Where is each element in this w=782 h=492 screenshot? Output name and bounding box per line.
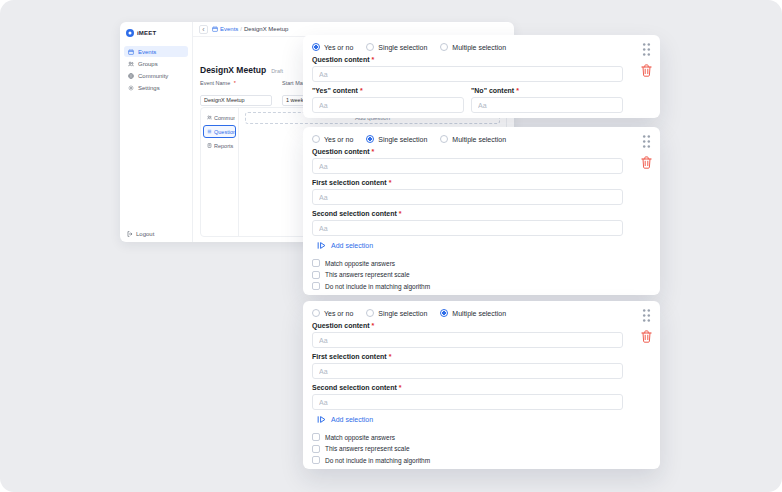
- required-asterisk: *: [372, 148, 375, 155]
- required-asterisk: *: [372, 56, 375, 63]
- logout-label: Logout: [136, 231, 154, 237]
- sidebar-item-label: Events: [138, 49, 156, 55]
- breadcrumb-events-link[interactable]: Events: [220, 26, 238, 32]
- required-asterisk: *: [389, 353, 392, 360]
- radio-icon: [312, 309, 320, 317]
- users-icon: [128, 61, 134, 67]
- radio-icon: [440, 135, 448, 143]
- radio-option-multiple-selection[interactable]: Multiple selection: [440, 309, 506, 317]
- checkbox-exclude-matching-algorithm[interactable]: Do not include in matching algorithm: [312, 282, 623, 290]
- breadcrumb: Events / DesignX Meetup: [212, 26, 288, 32]
- tab-community[interactable]: Community: [203, 111, 236, 124]
- panel-tabs: Community Questions Reports: [201, 108, 239, 236]
- desktop-background: iMEET Events Groups Community Settings L…: [0, 0, 782, 492]
- checkbox-match-opposite-answers[interactable]: Match opposite answers: [312, 259, 623, 267]
- radio-selected-icon: [312, 43, 320, 51]
- event-name-label: Event Name *: [200, 80, 272, 86]
- tab-reports[interactable]: Reports: [203, 139, 236, 152]
- question-type-selector: Yes or no Single selection Multiple sele…: [312, 135, 623, 143]
- tab-label: Community: [214, 115, 236, 121]
- question-content-input[interactable]: [312, 332, 623, 348]
- sidebar-item-label: Groups: [138, 61, 158, 67]
- tab-label: Reports: [214, 143, 233, 149]
- checkbox-label: Do not include in matching algorithm: [325, 283, 430, 290]
- checkbox-exclude-matching-algorithm[interactable]: Do not include in matching algorithm: [312, 456, 623, 464]
- card-actions: [640, 134, 652, 169]
- breadcrumb-separator: /: [240, 26, 242, 32]
- sidebar-item-community[interactable]: Community: [124, 70, 188, 81]
- radio-option-single-selection[interactable]: Single selection: [366, 43, 427, 51]
- first-selection-input[interactable]: [312, 189, 623, 205]
- add-selection-icon: [317, 241, 326, 250]
- logo-icon: [126, 29, 134, 37]
- question-type-selector: Yes or no Single selection Multiple sele…: [312, 43, 623, 51]
- status-badge: Draft: [271, 68, 283, 74]
- add-selection-button[interactable]: Add selection: [317, 415, 623, 424]
- drag-handle-icon[interactable]: [642, 308, 651, 323]
- checkbox-label: Match opposite answers: [325, 434, 395, 441]
- page-title: DesignX Meetup: [200, 65, 266, 75]
- radio-label: Single selection: [378, 136, 427, 143]
- event-name-input[interactable]: [200, 95, 272, 106]
- question-type-selector: Yes or no Single selection Multiple sele…: [312, 309, 623, 317]
- required-asterisk: *: [399, 210, 402, 217]
- radio-option-yes-or-no[interactable]: Yes or no: [312, 135, 353, 143]
- checkbox-label: This answers represent scale: [325, 271, 410, 278]
- delete-question-icon[interactable]: [641, 64, 652, 77]
- tab-questions[interactable]: Questions: [203, 125, 236, 138]
- delete-question-icon[interactable]: [641, 156, 652, 169]
- radio-label: Single selection: [378, 310, 427, 317]
- required-asterisk: *: [372, 322, 375, 329]
- first-selection-label: First selection content*: [312, 353, 623, 361]
- logout-button[interactable]: Logout: [127, 231, 154, 237]
- second-selection-input[interactable]: [312, 394, 623, 410]
- checkbox-icon: [312, 456, 320, 464]
- add-selection-button[interactable]: Add selection: [317, 241, 623, 250]
- sidebar: iMEET Events Groups Community Settings L…: [120, 22, 193, 242]
- question-card: Yes or no Single selection Multiple sele…: [303, 127, 660, 295]
- yes-content-input[interactable]: [312, 97, 464, 113]
- drag-handle-icon[interactable]: [642, 134, 651, 149]
- question-content-input[interactable]: [312, 66, 623, 82]
- checkbox-answers-represent-scale[interactable]: This answers represent scale: [312, 271, 623, 279]
- radio-option-multiple-selection[interactable]: Multiple selection: [440, 43, 506, 51]
- radio-option-multiple-selection[interactable]: Multiple selection: [440, 135, 506, 143]
- gear-icon: [128, 85, 134, 91]
- radio-icon: [440, 43, 448, 51]
- checkbox-icon: [312, 433, 320, 441]
- radio-label: Multiple selection: [452, 136, 506, 143]
- no-content-input[interactable]: [471, 97, 623, 113]
- checkbox-answers-represent-scale[interactable]: This answers represent scale: [312, 445, 623, 453]
- checkbox-label: Do not include in matching algorithm: [325, 457, 430, 464]
- checkbox-icon: [312, 282, 320, 290]
- drag-handle-icon[interactable]: [642, 42, 651, 57]
- radio-label: Multiple selection: [452, 310, 506, 317]
- radio-option-yes-or-no[interactable]: Yes or no: [312, 43, 353, 51]
- question-content-input[interactable]: [312, 158, 623, 174]
- calendar-icon: [212, 26, 218, 32]
- radio-label: Yes or no: [324, 44, 353, 51]
- radio-label: Single selection: [378, 44, 427, 51]
- first-selection-input[interactable]: [312, 363, 623, 379]
- radio-icon: [366, 309, 374, 317]
- checkbox-match-opposite-answers[interactable]: Match opposite answers: [312, 433, 623, 441]
- calendar-icon: [128, 49, 134, 55]
- sidebar-item-settings[interactable]: Settings: [124, 82, 188, 93]
- delete-question-icon[interactable]: [641, 330, 652, 343]
- card-actions: [640, 308, 652, 343]
- radio-option-single-selection[interactable]: Single selection: [366, 135, 427, 143]
- second-selection-label: Second selection content*: [312, 384, 623, 392]
- radio-option-single-selection[interactable]: Single selection: [366, 309, 427, 317]
- radio-option-yes-or-no[interactable]: Yes or no: [312, 309, 353, 317]
- required-asterisk: *: [516, 87, 519, 94]
- card-actions: [640, 42, 652, 77]
- users-icon: [207, 115, 212, 120]
- second-selection-input[interactable]: [312, 220, 623, 236]
- sidebar-item-groups[interactable]: Groups: [124, 58, 188, 69]
- add-selection-icon: [317, 415, 326, 424]
- back-button[interactable]: ‹: [199, 25, 208, 34]
- checkbox-icon: [312, 445, 320, 453]
- sidebar-item-events[interactable]: Events: [124, 46, 188, 57]
- event-name-field: Event Name *: [200, 80, 272, 106]
- logout-icon: [127, 231, 133, 237]
